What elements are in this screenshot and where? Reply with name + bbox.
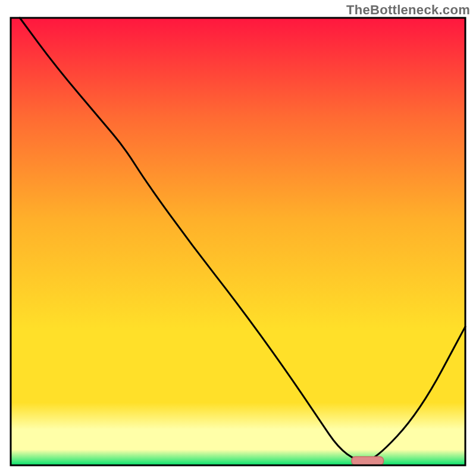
chart-container: { "watermark": "TheBottleneck.com", "col… bbox=[0, 0, 476, 476]
optimal-marker bbox=[352, 456, 383, 465]
plot-background bbox=[11, 18, 465, 465]
watermark-text: TheBottleneck.com bbox=[346, 2, 470, 18]
bottleneck-chart bbox=[0, 0, 476, 476]
